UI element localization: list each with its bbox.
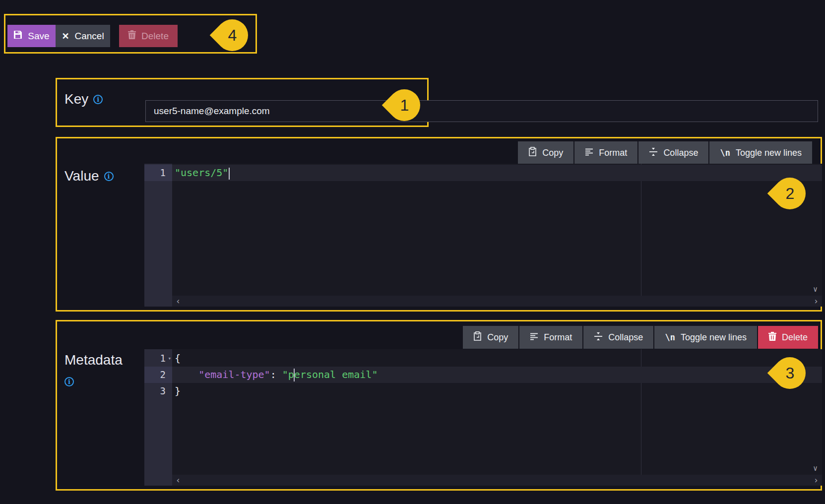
code-punct-token: {	[175, 352, 181, 364]
horizontal-scrollbar[interactable]: ‹ ›	[172, 296, 822, 307]
line-number: 2	[144, 367, 172, 383]
copy-icon	[473, 331, 482, 343]
code-punct-token: }	[175, 385, 181, 397]
format-icon	[530, 332, 538, 343]
value-copy-button[interactable]: Copy	[518, 141, 573, 164]
collapse-label: Collapse	[608, 332, 643, 343]
key-label: Key	[64, 91, 88, 107]
info-icon[interactable]: i	[64, 377, 74, 386]
code-line[interactable]: 1 "users/5"	[144, 165, 822, 181]
copy-label: Copy	[542, 148, 563, 158]
save-icon	[13, 30, 22, 42]
delete-button-disabled[interactable]: Delete	[119, 25, 178, 47]
save-button[interactable]: Save	[7, 25, 56, 47]
delete-label: Delete	[141, 31, 169, 42]
metadata-code-editor[interactable]: 1▾ { 2 "email-type": "personal email" 3 …	[144, 349, 822, 486]
collapse-icon	[594, 332, 603, 343]
scroll-right-icon[interactable]: ›	[814, 296, 819, 306]
trash-icon	[768, 332, 776, 343]
metadata-editor-toolbar: Copy Format Collapse \n Toggle new lines…	[463, 326, 818, 349]
newline-icon: \n	[665, 332, 675, 342]
text-caret	[229, 168, 230, 180]
value-collapse-button[interactable]: Collapse	[638, 141, 708, 164]
line-number: 1	[144, 165, 172, 181]
code-string-token: "users/5"	[175, 167, 228, 179]
delete-label: Delete	[782, 332, 808, 343]
code-key-token: "email-type"	[198, 369, 270, 380]
cancel-button[interactable]: ✕ Cancel	[56, 25, 110, 47]
key-label-row: Key i	[64, 91, 103, 107]
scroll-left-icon[interactable]: ‹	[176, 475, 181, 485]
value-label-row: Value i	[64, 168, 114, 184]
code-line[interactable]: 1▾ {	[144, 350, 822, 367]
newline-icon: \n	[720, 148, 730, 158]
code-string-token: "personal email"	[282, 369, 378, 380]
metadata-copy-button[interactable]: Copy	[463, 326, 518, 349]
value-toggle-newlines-button[interactable]: \n Toggle new lines	[709, 141, 812, 164]
copy-label: Copy	[487, 332, 508, 343]
value-label: Value	[64, 168, 99, 184]
scrollbar-down-icon[interactable]: ∨	[813, 464, 818, 473]
collapse-label: Collapse	[663, 148, 698, 158]
scroll-right-icon[interactable]: ›	[814, 475, 819, 485]
metadata-toggle-newlines-button[interactable]: \n Toggle new lines	[654, 326, 757, 349]
value-code-editor[interactable]: 1 "users/5" Press Shift+F11 to enter ful…	[144, 164, 822, 307]
copy-icon	[528, 147, 537, 159]
fold-arrow-icon[interactable]: ▾	[168, 350, 171, 367]
value-editor-toolbar: Copy Format Collapse \n Toggle new lines	[518, 141, 812, 164]
action-bar: Save ✕ Cancel Delete	[7, 25, 178, 47]
kv-editor-page: Save ✕ Cancel Delete Key i Value i Copy …	[0, 0, 825, 504]
trash-icon	[128, 30, 136, 42]
metadata-collapse-button[interactable]: Collapse	[583, 326, 653, 349]
format-label: Format	[544, 332, 572, 343]
toggle-newlines-label: Toggle new lines	[736, 148, 802, 158]
format-label: Format	[599, 148, 627, 158]
save-label: Save	[28, 31, 49, 42]
line-number: 1▾	[144, 350, 172, 367]
line-number: 3	[144, 383, 172, 399]
metadata-label: Metadata	[64, 352, 123, 368]
horizontal-scrollbar[interactable]: ‹ ›	[172, 475, 822, 486]
active-line-highlight	[144, 165, 822, 181]
value-format-button[interactable]: Format	[574, 141, 637, 164]
print-margin-ruler	[641, 164, 641, 296]
scrollbar-down-icon[interactable]: ∨	[813, 285, 818, 294]
metadata-format-button[interactable]: Format	[519, 326, 582, 349]
format-icon	[585, 148, 593, 158]
code-line[interactable]: 3 }	[144, 383, 822, 399]
code-line[interactable]: 2 "email-type": "personal email"	[144, 367, 822, 383]
cancel-x-icon: ✕	[62, 31, 69, 42]
text-caret	[294, 369, 295, 381]
collapse-icon	[649, 147, 658, 159]
info-icon[interactable]: i	[104, 172, 114, 181]
cancel-label: Cancel	[74, 31, 104, 42]
metadata-delete-button[interactable]: Delete	[758, 326, 818, 349]
metadata-label-row: Metadata	[64, 352, 123, 368]
info-icon[interactable]: i	[93, 95, 103, 104]
scroll-left-icon[interactable]: ‹	[176, 296, 181, 306]
key-input[interactable]	[145, 100, 818, 122]
editor-gutter	[144, 164, 172, 307]
toggle-newlines-label: Toggle new lines	[681, 332, 747, 343]
